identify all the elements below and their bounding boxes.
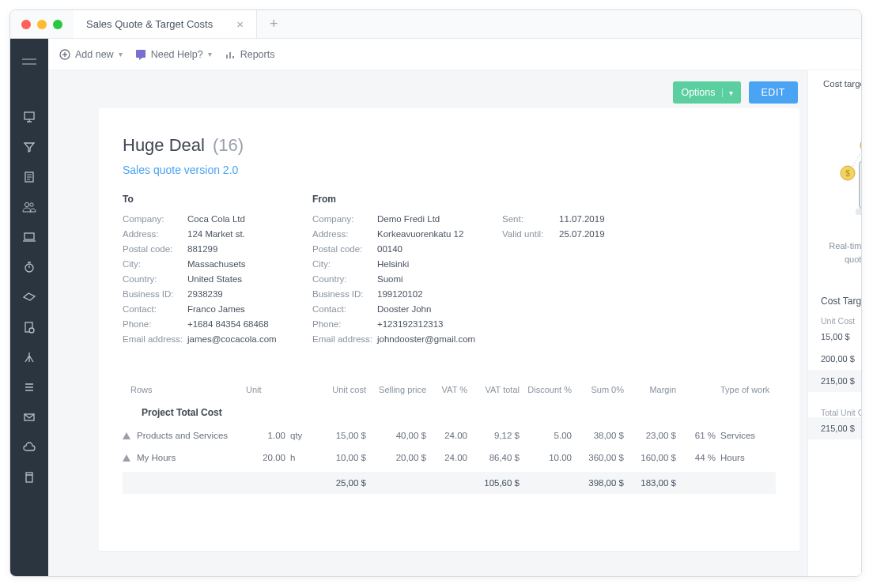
svg-point-27 <box>860 138 863 153</box>
right-panel: Cost targeting Functions <box>807 70 862 576</box>
people-icon[interactable] <box>10 194 48 220</box>
stopwatch-icon[interactable] <box>10 254 48 281</box>
need-help-label: Need Help? <box>151 49 203 60</box>
section-project-total: Project Total Cost <box>142 401 776 424</box>
th-margin: Margin <box>629 385 676 394</box>
close-window-icon[interactable] <box>21 20 31 29</box>
row-sell: 40,00 $ <box>371 431 426 440</box>
row-unit: qty <box>290 431 314 440</box>
label-city: City: <box>123 259 187 269</box>
label-postal: Postal code: <box>123 244 187 254</box>
to-address: 124 Market st. <box>187 229 312 239</box>
edit-button[interactable]: EDIT <box>749 81 798 104</box>
th-vatp: VAT % <box>431 385 467 394</box>
options-button[interactable]: Options ▾ <box>673 81 740 104</box>
row-type: Hours <box>720 453 776 462</box>
mail-icon[interactable] <box>10 404 48 431</box>
illustration-block: $ $ $ $ $ $ Real-time cost targeting and… <box>808 97 862 277</box>
row-name: My Hours <box>137 453 176 462</box>
reports-button[interactable]: Reports <box>225 49 275 60</box>
chevron-down-icon: ▾ <box>208 50 212 58</box>
svg-rect-18 <box>856 209 863 215</box>
tab-cost-targeting[interactable]: Cost targeting <box>808 70 862 97</box>
tab-sales-quote[interactable]: Sales Quote & Target Costs × <box>74 10 257 38</box>
toolbar: Add new ▾ Need Help? ▾ Reports <box>48 39 862 70</box>
row-vatt: 86,40 $ <box>472 453 520 462</box>
to-bizid: 2938239 <box>187 289 312 299</box>
row-type: Services <box>720 431 776 440</box>
rpanel-tabs: Cost targeting Functions <box>808 70 862 97</box>
new-tab-button[interactable]: + <box>257 16 291 32</box>
label-phone: Phone: <box>312 319 377 329</box>
warning-icon <box>123 432 130 439</box>
valid-label: Valid until: <box>502 229 559 239</box>
sent-label: Sent: <box>502 214 559 224</box>
add-new-button[interactable]: Add new ▾ <box>59 49 123 60</box>
filter-icon[interactable] <box>10 134 48 160</box>
table-header: Rows Unit Unit cost Selling price VAT % … <box>123 379 776 401</box>
from-block: From Company:Demo Fredi Ltd Address:Kork… <box>312 194 502 344</box>
svg-point-7 <box>29 328 34 333</box>
options-label: Options <box>681 87 715 98</box>
cloud-icon[interactable] <box>10 434 48 461</box>
list-icon[interactable] <box>10 374 48 401</box>
from-heading: From <box>312 194 502 205</box>
titlebar: Sales Quote & Target Costs × + <box>10 10 861 39</box>
presentation-icon[interactable] <box>10 104 48 130</box>
row-qty: 1.00 <box>246 431 285 440</box>
row-disc: 5.00 <box>524 431 572 440</box>
label-phone: Phone: <box>123 319 187 329</box>
analytics-icon[interactable] <box>10 344 48 371</box>
edit-label: EDIT <box>762 87 785 98</box>
svg-rect-17 <box>860 161 863 209</box>
add-new-label: Add new <box>75 49 114 60</box>
from-phone: +123192312313 <box>377 319 502 329</box>
total-unitcost: 25,00 $ <box>319 478 366 488</box>
label-country: Country: <box>312 274 377 284</box>
rhead-unit: Unit Cost <box>821 316 862 326</box>
th-disc: Discount % <box>524 385 572 394</box>
tab-close-icon[interactable]: × <box>236 17 244 31</box>
reports-label: Reports <box>240 49 275 60</box>
from-company: Demo Fredi Ltd <box>377 214 502 224</box>
label-address: Address: <box>312 229 377 239</box>
quote-version: Sales quote version 2.0 <box>123 164 776 176</box>
brand-icon[interactable] <box>10 47 48 77</box>
cost-unit: 15,00 $ <box>821 332 862 341</box>
th-rows: Rows <box>123 385 241 394</box>
th-unit: Unit <box>246 385 285 394</box>
hand-icon[interactable] <box>10 284 48 311</box>
label-contact: Contact: <box>123 304 187 314</box>
th-selling: Selling price <box>371 385 426 394</box>
table-totals: 25,00 $ 105,60 $ 398,00 $ 183,00 $ <box>123 472 776 494</box>
cost-unit: 200,00 $ <box>821 354 862 364</box>
invoice-icon[interactable] <box>10 314 48 341</box>
need-help-button[interactable]: Need Help? ▾ <box>135 49 212 60</box>
label-bizid: Business ID: <box>312 289 377 299</box>
label-email: Email address: <box>312 334 377 344</box>
line-items-table: Rows Unit Unit cost Selling price VAT % … <box>123 379 776 494</box>
app-window: Sales Quote & Target Costs × + <box>9 9 862 577</box>
to-block: To Company:Coca Cola Ltd Address:124 Mar… <box>123 194 312 344</box>
valid-date: 25.07.2019 <box>559 229 776 239</box>
document-icon[interactable] <box>10 164 48 190</box>
deal-count: (16) <box>213 135 244 156</box>
laptop-icon[interactable] <box>10 224 48 251</box>
row-qty: 20.00 <box>246 453 285 462</box>
dates-block: . Sent:11.07.2019 Valid until:25.07.2019 <box>502 194 776 344</box>
chevron-down-icon: ▾ <box>119 50 123 58</box>
row-disc: 10.00 <box>524 453 572 462</box>
table-row[interactable]: My Hours 20.00 h 10,00 $ 20,00 $ 24.00 8… <box>123 447 776 469</box>
maximize-window-icon[interactable] <box>53 20 62 29</box>
to-postal: 881299 <box>187 244 312 254</box>
from-city: Helsinki <box>377 259 502 269</box>
deal-title: Huge Deal <box>123 135 205 156</box>
label-city: City: <box>312 259 377 269</box>
minimize-window-icon[interactable] <box>37 20 47 29</box>
label-company: Company: <box>312 214 377 224</box>
to-email: james@cocacola.com <box>187 334 312 344</box>
archive-icon[interactable] <box>10 464 48 491</box>
th-sum0: Sum 0% <box>576 385 624 394</box>
action-bar: Options ▾ EDIT <box>673 81 798 104</box>
table-row[interactable]: Products and Services 1.00 qty 15,00 $ 4… <box>123 424 776 447</box>
